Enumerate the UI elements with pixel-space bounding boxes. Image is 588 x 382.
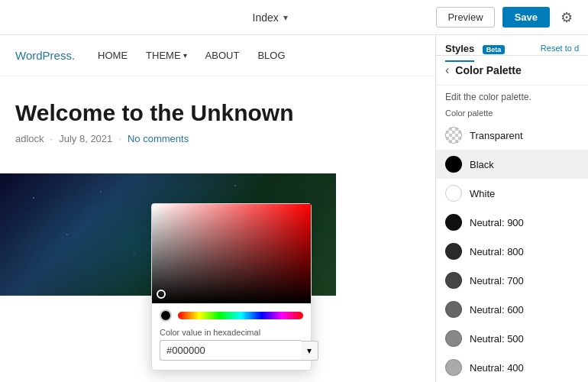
color-swatch [445, 127, 462, 144]
color-gradient-canvas[interactable] [152, 204, 311, 303]
nav-about[interactable]: ABOUT [205, 50, 240, 61]
color-name: Black [470, 159, 494, 170]
color-list-item[interactable]: Neutral: 900 [436, 208, 588, 237]
top-bar: Index ▾ Preview Save ⚙ [0, 0, 588, 35]
save-button[interactable]: Save [502, 7, 550, 28]
color-swatch [445, 330, 462, 347]
nav-theme-dropdown-icon: ▾ [183, 51, 187, 60]
palette-panel-title: Color Palette [455, 64, 521, 76]
hex-input-row: ▾ [152, 340, 311, 361]
current-color-dot [160, 309, 172, 322]
post-date: July 8, 2021 [59, 133, 112, 144]
color-name: Transparent [470, 130, 523, 141]
sidebar-tabs: Styles Beta Reset to d [436, 35, 588, 56]
color-name: White [470, 188, 495, 199]
meta-dot-2: · [118, 133, 121, 144]
color-name: Neutral: 900 [470, 217, 524, 228]
color-swatch [445, 156, 462, 173]
color-name: Neutral: 700 [470, 275, 524, 286]
color-swatch [445, 301, 462, 318]
color-swatch [445, 272, 462, 289]
styles-tab[interactable]: Styles Beta [445, 41, 505, 55]
color-name: Neutral: 600 [470, 304, 524, 316]
color-name: Neutral: 500 [470, 333, 524, 345]
nav-home[interactable]: HOME [98, 50, 128, 61]
beta-badge: Beta [483, 45, 506, 54]
post-author: adlock [15, 133, 44, 144]
meta-dot-1: · [50, 133, 53, 144]
site-title: Welcome to the Unknown [15, 99, 420, 127]
right-sidebar: Styles Beta Reset to d ‹ Color Palette E… [435, 35, 588, 382]
page-title: Index [253, 11, 279, 24]
site-logo: WordPress. [15, 49, 75, 62]
gear-button[interactable]: ⚙ [557, 6, 576, 29]
nav-theme[interactable]: THEME ▾ [146, 50, 187, 61]
palette-header: ‹ Color Palette [436, 56, 588, 86]
color-picker-cursor [157, 290, 166, 299]
post-comments[interactable]: No comments [128, 133, 189, 144]
hue-slider[interactable] [178, 312, 303, 319]
color-list-item[interactable]: Black [436, 150, 588, 179]
hex-value-input[interactable] [160, 340, 301, 361]
palette-section-label: Color palette [436, 105, 588, 121]
hex-input-label: Color value in hexadecimal [152, 325, 311, 340]
color-swatch [445, 243, 462, 260]
preview-button[interactable]: Preview [436, 7, 494, 28]
color-swatch [445, 214, 462, 231]
post-meta: adlock · July 8, 2021 · No comments [15, 133, 420, 144]
hex-format-dropdown[interactable]: ▾ [301, 341, 318, 361]
color-list: TransparentBlackWhiteNeutral: 900Neutral… [436, 121, 588, 382]
color-list-item[interactable]: Neutral: 500 [436, 324, 588, 353]
back-button[interactable]: ‹ [445, 63, 449, 77]
color-list-item[interactable]: Neutral: 400 [436, 353, 588, 382]
palette-subtitle: Edit the color palette. [436, 86, 588, 105]
color-swatch [445, 185, 462, 202]
site-preview: WordPress. HOME THEME ▾ ABOUT BLOG Welco… [0, 35, 435, 382]
main-area: WordPress. HOME THEME ▾ ABOUT BLOG Welco… [0, 35, 588, 382]
site-navigation: WordPress. HOME THEME ▾ ABOUT BLOG [0, 35, 435, 76]
color-swatch [445, 359, 462, 376]
color-list-item[interactable]: White [436, 179, 588, 208]
hue-strip-row [152, 303, 311, 325]
gear-icon: ⚙ [561, 10, 573, 25]
color-palette-panel: ‹ Color Palette Edit the color palette. … [436, 56, 588, 382]
color-list-item[interactable]: Transparent [436, 121, 588, 150]
color-picker-popup: Color value in hexadecimal ▾ [151, 203, 312, 371]
color-list-item[interactable]: Neutral: 600 [436, 295, 588, 324]
nav-links: HOME THEME ▾ ABOUT BLOG [98, 50, 285, 61]
color-list-item[interactable]: Neutral: 800 [436, 237, 588, 266]
page-title-area: Index ▾ [253, 11, 288, 24]
top-bar-actions: Preview Save ⚙ [436, 6, 576, 29]
color-list-item[interactable]: Neutral: 700 [436, 266, 588, 295]
nav-blog[interactable]: BLOG [257, 50, 285, 61]
chevron-down-icon[interactable]: ▾ [283, 12, 288, 23]
reset-to-defaults-link[interactable]: Reset to d [541, 44, 579, 53]
color-name: Neutral: 800 [470, 246, 524, 257]
site-content: Welcome to the Unknown adlock · July 8, … [0, 76, 435, 173]
color-name: Neutral: 400 [470, 362, 524, 374]
